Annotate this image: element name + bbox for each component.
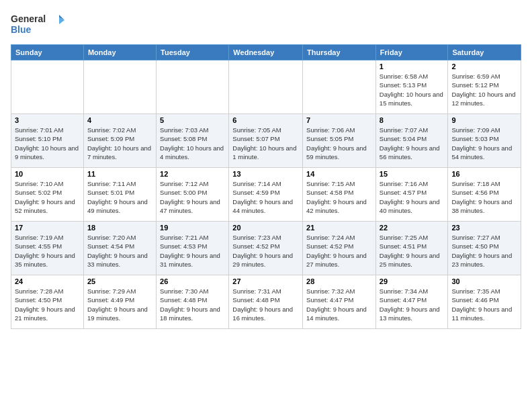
day-detail: Sunrise: 7:15 AMSunset: 4:58 PMDaylight:… bbox=[306, 179, 372, 215]
day-detail: Sunrise: 7:16 AMSunset: 4:57 PMDaylight:… bbox=[380, 179, 445, 215]
day-detail: Sunrise: 7:31 AMSunset: 4:48 PMDaylight:… bbox=[232, 287, 299, 322]
day-number: 27 bbox=[232, 277, 299, 285]
calendar-cell: 6Sunrise: 7:05 AMSunset: 5:07 PMDaylight… bbox=[229, 114, 303, 168]
calendar-body: 1Sunrise: 6:58 AMSunset: 5:13 PMDaylight… bbox=[11, 60, 521, 329]
calendar-cell: 17Sunrise: 7:19 AMSunset: 4:55 PMDayligh… bbox=[11, 222, 84, 275]
day-number: 28 bbox=[306, 277, 372, 285]
weekday-header: Tuesday bbox=[157, 45, 229, 60]
day-detail: Sunrise: 7:35 AMSunset: 4:46 PMDaylight:… bbox=[451, 287, 517, 322]
day-number: 29 bbox=[380, 277, 445, 285]
day-detail: Sunrise: 6:59 AMSunset: 5:12 PMDaylight:… bbox=[451, 72, 517, 107]
weekday-header-row: SundayMondayTuesdayWednesdayThursdayFrid… bbox=[11, 45, 521, 60]
calendar-cell: 18Sunrise: 7:20 AMSunset: 4:54 PMDayligh… bbox=[83, 222, 156, 275]
calendar-cell: 25Sunrise: 7:29 AMSunset: 4:49 PMDayligh… bbox=[83, 275, 156, 329]
day-number: 7 bbox=[306, 116, 372, 124]
day-number: 1 bbox=[380, 62, 445, 71]
day-number: 30 bbox=[451, 277, 517, 285]
day-detail: Sunrise: 7:24 AMSunset: 4:52 PMDaylight:… bbox=[306, 233, 372, 269]
day-number: 17 bbox=[15, 224, 80, 232]
day-number: 10 bbox=[15, 170, 80, 178]
day-number: 22 bbox=[380, 224, 445, 232]
day-detail: Sunrise: 7:34 AMSunset: 4:47 PMDaylight:… bbox=[380, 287, 445, 322]
day-detail: Sunrise: 7:29 AMSunset: 4:49 PMDaylight:… bbox=[87, 287, 152, 322]
day-number: 26 bbox=[160, 277, 225, 285]
calendar-week-row: 10Sunrise: 7:10 AMSunset: 5:02 PMDayligh… bbox=[11, 168, 521, 222]
calendar-cell: 20Sunrise: 7:23 AMSunset: 4:52 PMDayligh… bbox=[229, 222, 303, 275]
day-number: 21 bbox=[306, 224, 372, 232]
calendar-cell: 22Sunrise: 7:25 AMSunset: 4:51 PMDayligh… bbox=[375, 222, 448, 275]
day-detail: Sunrise: 7:12 AMSunset: 5:00 PMDaylight:… bbox=[160, 179, 225, 215]
calendar-cell: 28Sunrise: 7:32 AMSunset: 4:47 PMDayligh… bbox=[303, 275, 376, 329]
day-number: 14 bbox=[306, 170, 372, 178]
day-detail: Sunrise: 7:09 AMSunset: 5:03 PMDaylight:… bbox=[451, 126, 517, 161]
day-detail: Sunrise: 7:07 AMSunset: 5:04 PMDaylight:… bbox=[380, 126, 445, 161]
calendar-cell: 9Sunrise: 7:09 AMSunset: 5:03 PMDaylight… bbox=[448, 114, 521, 168]
day-number: 6 bbox=[232, 116, 299, 124]
day-number: 2 bbox=[451, 62, 517, 71]
weekday-header: Wednesday bbox=[229, 45, 303, 60]
calendar-cell bbox=[157, 60, 229, 114]
day-number: 24 bbox=[15, 277, 80, 285]
day-number: 3 bbox=[15, 116, 80, 124]
calendar-week-row: 3Sunrise: 7:01 AMSunset: 5:10 PMDaylight… bbox=[11, 114, 521, 168]
day-detail: Sunrise: 7:06 AMSunset: 5:05 PMDaylight:… bbox=[306, 126, 372, 161]
weekday-header: Saturday bbox=[448, 45, 521, 60]
day-detail: Sunrise: 7:11 AMSunset: 5:01 PMDaylight:… bbox=[87, 179, 152, 215]
calendar-cell bbox=[303, 60, 376, 114]
calendar-cell bbox=[229, 60, 303, 114]
page: General Blue SundayMondayTuesdayWednesda… bbox=[0, 0, 532, 411]
day-number: 15 bbox=[380, 170, 445, 178]
day-number: 5 bbox=[160, 116, 225, 124]
calendar-cell: 3Sunrise: 7:01 AMSunset: 5:10 PMDaylight… bbox=[11, 114, 84, 168]
svg-text:General: General bbox=[11, 13, 46, 24]
calendar-cell: 26Sunrise: 7:30 AMSunset: 4:48 PMDayligh… bbox=[157, 275, 229, 329]
calendar-cell: 14Sunrise: 7:15 AMSunset: 4:58 PMDayligh… bbox=[303, 168, 376, 222]
weekday-header: Thursday bbox=[303, 45, 376, 60]
day-number: 11 bbox=[87, 170, 152, 178]
day-detail: Sunrise: 7:30 AMSunset: 4:48 PMDaylight:… bbox=[160, 287, 225, 322]
weekday-header: Friday bbox=[375, 45, 448, 60]
logo-svg: General Blue bbox=[11, 11, 64, 38]
header: General Blue bbox=[11, 11, 521, 38]
calendar-cell: 8Sunrise: 7:07 AMSunset: 5:04 PMDaylight… bbox=[375, 114, 448, 168]
logo: General Blue bbox=[11, 11, 64, 38]
calendar-week-row: 1Sunrise: 6:58 AMSunset: 5:13 PMDaylight… bbox=[11, 60, 521, 114]
day-detail: Sunrise: 7:10 AMSunset: 5:02 PMDaylight:… bbox=[15, 179, 80, 215]
svg-text:Blue: Blue bbox=[11, 24, 32, 35]
calendar-cell: 27Sunrise: 7:31 AMSunset: 4:48 PMDayligh… bbox=[229, 275, 303, 329]
day-detail: Sunrise: 7:23 AMSunset: 4:52 PMDaylight:… bbox=[232, 233, 299, 269]
day-detail: Sunrise: 7:19 AMSunset: 4:55 PMDaylight:… bbox=[15, 233, 80, 269]
day-number: 9 bbox=[451, 116, 517, 124]
day-number: 8 bbox=[380, 116, 445, 124]
day-detail: Sunrise: 7:32 AMSunset: 4:47 PMDaylight:… bbox=[306, 287, 372, 322]
calendar-cell bbox=[11, 60, 84, 114]
day-detail: Sunrise: 7:20 AMSunset: 4:54 PMDaylight:… bbox=[87, 233, 152, 269]
calendar-cell: 2Sunrise: 6:59 AMSunset: 5:12 PMDaylight… bbox=[448, 60, 521, 114]
day-detail: Sunrise: 7:02 AMSunset: 5:09 PMDaylight:… bbox=[87, 126, 152, 161]
day-detail: Sunrise: 7:28 AMSunset: 4:50 PMDaylight:… bbox=[15, 287, 80, 322]
calendar-week-row: 24Sunrise: 7:28 AMSunset: 4:50 PMDayligh… bbox=[11, 275, 521, 329]
calendar-cell: 4Sunrise: 7:02 AMSunset: 5:09 PMDaylight… bbox=[83, 114, 156, 168]
calendar-cell: 24Sunrise: 7:28 AMSunset: 4:50 PMDayligh… bbox=[11, 275, 84, 329]
day-number: 25 bbox=[87, 277, 152, 285]
day-number: 12 bbox=[160, 170, 225, 178]
day-number: 16 bbox=[451, 170, 517, 178]
calendar-cell: 21Sunrise: 7:24 AMSunset: 4:52 PMDayligh… bbox=[303, 222, 376, 275]
calendar: SundayMondayTuesdayWednesdayThursdayFrid… bbox=[11, 44, 521, 329]
calendar-cell: 7Sunrise: 7:06 AMSunset: 5:05 PMDaylight… bbox=[303, 114, 376, 168]
calendar-cell bbox=[83, 60, 156, 114]
calendar-cell: 30Sunrise: 7:35 AMSunset: 4:46 PMDayligh… bbox=[448, 275, 521, 329]
day-detail: Sunrise: 7:27 AMSunset: 4:50 PMDaylight:… bbox=[451, 233, 517, 269]
day-detail: Sunrise: 7:03 AMSunset: 5:08 PMDaylight:… bbox=[160, 126, 225, 161]
day-number: 18 bbox=[87, 224, 152, 232]
calendar-cell: 19Sunrise: 7:21 AMSunset: 4:53 PMDayligh… bbox=[157, 222, 229, 275]
calendar-cell: 16Sunrise: 7:18 AMSunset: 4:56 PMDayligh… bbox=[448, 168, 521, 222]
calendar-cell: 23Sunrise: 7:27 AMSunset: 4:50 PMDayligh… bbox=[448, 222, 521, 275]
day-detail: Sunrise: 7:18 AMSunset: 4:56 PMDaylight:… bbox=[451, 179, 517, 215]
day-number: 20 bbox=[232, 224, 299, 232]
day-detail: Sunrise: 7:05 AMSunset: 5:07 PMDaylight:… bbox=[232, 126, 299, 161]
day-number: 23 bbox=[451, 224, 517, 232]
calendar-cell: 29Sunrise: 7:34 AMSunset: 4:47 PMDayligh… bbox=[375, 275, 448, 329]
day-number: 13 bbox=[232, 170, 299, 178]
day-detail: Sunrise: 7:25 AMSunset: 4:51 PMDaylight:… bbox=[380, 233, 445, 269]
